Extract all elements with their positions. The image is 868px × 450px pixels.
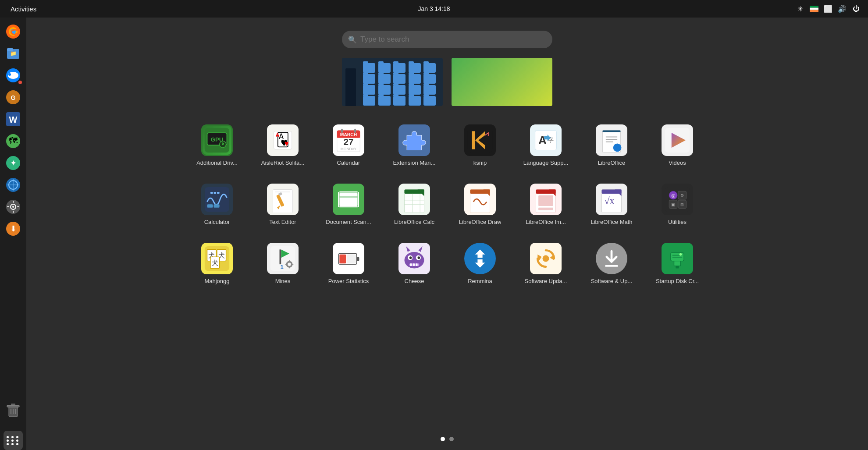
dock-item-trash[interactable] [4, 401, 23, 420]
dock-item-word[interactable]: W [4, 110, 23, 129]
app-icon-mines: 1 [267, 243, 299, 274]
dock-item-browser[interactable] [4, 175, 23, 195]
svg-text:📁: 📁 [10, 50, 17, 57]
app-item-libreoffice-impress[interactable]: LibreOffice Im... [515, 179, 576, 230]
app-icon-libreoffice-math: √x [596, 184, 627, 215]
svg-rect-55 [341, 129, 343, 133]
svg-rect-145 [357, 257, 359, 261]
app-label-calculator: Calculator [204, 219, 230, 225]
app-item-extension-manager[interactable]: Extension Man... [384, 120, 445, 170]
svg-text:A: A [538, 134, 547, 147]
main-content: 🔍 [26, 18, 868, 450]
volume-icon[interactable]: 🔊 [837, 4, 847, 14]
svg-rect-169 [674, 261, 681, 266]
dock-item-software[interactable]: ⬇ [4, 219, 23, 238]
app-item-mahjongg[interactable]: 犬 犬 犬 Mahjongg [186, 238, 248, 289]
svg-rect-140 [289, 267, 290, 269]
dock-item-maps[interactable]: 🗺 [4, 131, 23, 151]
power-icon[interactable]: ⏻ [851, 4, 861, 14]
app-item-mines[interactable]: 1 Mines [252, 238, 313, 289]
svg-text:◎: ◎ [671, 193, 676, 198]
svg-rect-110 [538, 208, 553, 210]
app-label-extension-manager: Extension Man... [393, 159, 436, 166]
app-label-libreoffice-calc: LibreOffice Calc [394, 219, 434, 225]
app-icon-mahjongg: 犬 犬 犬 [201, 243, 233, 274]
svg-text:♥: ♥ [285, 139, 289, 148]
app-icon-cheese [398, 243, 430, 274]
dock-item-gimp[interactable]: G [4, 88, 23, 107]
svg-text:27: 27 [344, 137, 354, 147]
svg-rect-78 [214, 192, 217, 194]
dock-item-files[interactable]: 📁 [4, 44, 23, 63]
topbar: Activities Jan 3 14:18 ✳ ⬜ 🔊 ⏻ [0, 0, 868, 18]
app-item-aisleriot[interactable]: 🂱 A ♥ AisleRiot Solita... [252, 120, 313, 170]
app-label-additional-drivers: Additional Driv... [196, 159, 238, 166]
screen-icon[interactable]: ⬜ [823, 4, 833, 14]
app-item-libreoffice-calc[interactable]: LibreOffice Calc [384, 179, 445, 230]
app-icon-videos [662, 124, 693, 156]
notification-badge [18, 81, 22, 84]
app-item-ksnip[interactable]: ksnip [449, 120, 511, 170]
app-item-libreoffice-draw[interactable]: LibreOffice Draw [449, 179, 511, 230]
app-item-software-upgrade[interactable]: Software & Up... [581, 238, 642, 289]
app-item-software-update[interactable]: Software Upda... [515, 238, 576, 289]
app-label-startup-disk: Startup Disk Cr... [656, 278, 699, 284]
svg-rect-147 [347, 255, 356, 264]
app-item-language-support[interactable]: A 字 Language Supp... [515, 120, 576, 170]
app-item-libreoffice-math[interactable]: √x LibreOffice Math [581, 179, 642, 230]
search-wrapper: 🔍 [342, 31, 552, 48]
svg-rect-77 [210, 192, 213, 194]
app-item-document-scanner[interactable]: Document Scan... [318, 179, 379, 230]
app-grid: GPU Additional Driv... 🂱 A ♥ AisleRiot [178, 120, 717, 289]
svg-rect-168 [671, 253, 684, 261]
dock-item-thunderbird[interactable] [4, 66, 23, 85]
dock-item-app1[interactable]: ✦ [4, 153, 23, 173]
app-item-videos[interactable]: Videos [647, 120, 708, 170]
svg-text:犬: 犬 [212, 259, 218, 266]
green-desktop-preview [452, 58, 552, 106]
svg-rect-30 [17, 206, 19, 207]
pagination-dot-1[interactable] [441, 437, 445, 441]
app-item-calendar[interactable]: MARCH 27 MONDAY Calendar [318, 120, 379, 170]
app-item-utilities[interactable]: ◎ ⚙ ▣ ⊞ Utilities [647, 179, 708, 230]
app-item-additional-drivers[interactable]: GPU Additional Driv... [186, 120, 248, 170]
window-thumb-green[interactable] [451, 57, 553, 107]
dock: 📁 G W 🗺 ✦ [0, 18, 26, 450]
app-item-text-editor[interactable]: Text Editor [252, 179, 313, 230]
svg-rect-157 [416, 263, 418, 266]
activities-button[interactable]: Activities [7, 4, 40, 14]
app-icon-libreoffice-impress [530, 184, 562, 215]
search-container: 🔍 [342, 31, 552, 48]
svg-rect-134 [280, 249, 281, 264]
app-icon-libreoffice-draw [464, 184, 496, 215]
svg-text:A: A [275, 132, 280, 138]
window-thumb-file-manager[interactable] [341, 57, 444, 107]
svg-rect-139 [289, 260, 290, 262]
app-icon-software-update [530, 243, 562, 274]
dock-item-firefox[interactable] [4, 22, 23, 41]
app-item-remmina[interactable]: Remmina [449, 238, 511, 289]
extensions-icon[interactable]: ✳ [795, 4, 805, 14]
app-item-libreoffice[interactable]: LibreOffice [581, 120, 642, 170]
svg-rect-142 [292, 264, 294, 265]
search-input[interactable] [342, 31, 552, 48]
svg-rect-146 [339, 255, 346, 264]
pagination-dots [441, 437, 454, 441]
show-all-apps-button[interactable] [4, 431, 23, 450]
app-item-cheese[interactable]: Cheese [384, 238, 445, 289]
svg-text:MARCH: MARCH [340, 132, 357, 137]
app-icon-calculator [201, 184, 233, 215]
app-label-mahjongg: Mahjongg [204, 278, 229, 284]
app-icon-extension-manager [398, 124, 430, 156]
pagination-dot-2[interactable] [449, 437, 454, 441]
dock-item-settings[interactable] [4, 197, 23, 216]
app-item-power-statistics[interactable]: Power Statistics [318, 238, 379, 289]
app-item-startup-disk[interactable]: Startup Disk Cr... [647, 238, 708, 289]
flag-icon[interactable] [809, 4, 819, 14]
app-icon-power-statistics [333, 243, 364, 274]
app-icon-libreoffice-calc [398, 184, 430, 215]
app-item-calculator[interactable]: Calculator [186, 179, 248, 230]
app-icon-additional-drivers: GPU [201, 124, 233, 156]
app-label-remmina: Remmina [468, 278, 492, 284]
svg-rect-56 [354, 129, 356, 133]
